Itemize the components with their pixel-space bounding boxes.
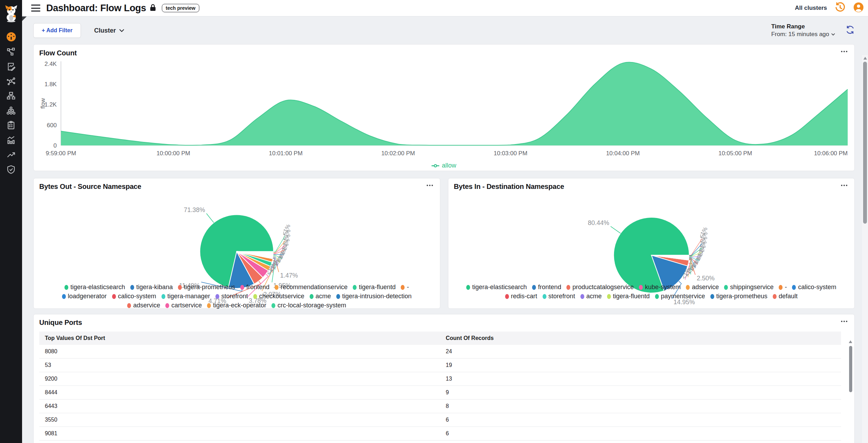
legend-color-marker bbox=[401, 285, 405, 290]
legend-item[interactable]: checkoutservice bbox=[253, 293, 304, 300]
sidebar-item-flow-logs[interactable] bbox=[0, 59, 22, 74]
legend-label: checkoutservice bbox=[259, 293, 304, 300]
legend-item[interactable]: redis-cart bbox=[505, 293, 537, 300]
legend-item[interactable]: storefront bbox=[543, 293, 575, 300]
legend-label: default bbox=[779, 293, 798, 300]
corner-notch bbox=[22, 16, 27, 21]
legend-item[interactable]: acme bbox=[580, 293, 602, 300]
sidebar-item-clusters[interactable] bbox=[0, 103, 22, 118]
sidebar-item-service-graph[interactable] bbox=[0, 74, 22, 88]
add-filter-button[interactable]: + Add Filter bbox=[33, 23, 81, 38]
legend-item[interactable]: tigera-kibana bbox=[130, 284, 173, 291]
bytes-in-title: Bytes In - Destination Namespace bbox=[454, 183, 849, 191]
sidebar-item-security[interactable] bbox=[0, 162, 22, 177]
menu-icon[interactable] bbox=[31, 5, 40, 12]
legend-item[interactable]: tigera-prometheus bbox=[710, 293, 767, 300]
svg-text:10:02:00 PM: 10:02:00 PM bbox=[381, 150, 415, 157]
svg-text:9:59:00 PM: 9:59:00 PM bbox=[46, 150, 76, 157]
legend-item[interactable]: recommendationservice bbox=[275, 284, 347, 291]
legend-item[interactable]: tigera-intrusion-detection bbox=[336, 293, 412, 300]
table-cell: 3550 bbox=[39, 413, 440, 427]
panel-menu-button[interactable] bbox=[840, 319, 848, 324]
sidebar-item-network-tree[interactable] bbox=[0, 88, 22, 103]
table-row: 84449 bbox=[39, 386, 841, 400]
table-column-header: Top Values Of Dst Port bbox=[39, 332, 440, 345]
legend-item[interactable]: paymentservice bbox=[655, 293, 705, 300]
legend-item[interactable]: shippingservice bbox=[724, 284, 773, 291]
legend-item[interactable]: crc-local-storage-system bbox=[271, 302, 346, 309]
panel-menu-button[interactable] bbox=[426, 183, 434, 188]
table-column-header: Count Of Records bbox=[440, 332, 841, 345]
legend-label: tigera-intrusion-detection bbox=[342, 293, 412, 300]
legend-item[interactable]: - bbox=[401, 284, 409, 291]
legend-color-marker bbox=[215, 294, 219, 299]
table-row: 64438 bbox=[39, 400, 841, 413]
flow-legend-allow[interactable]: allow bbox=[39, 162, 849, 169]
time-range-label: Time Range bbox=[771, 23, 835, 30]
legend-item[interactable]: tigera-fluentd bbox=[353, 284, 395, 291]
pie-panel-row: Bytes Out - Source Namespace 71.38%11.49… bbox=[33, 178, 855, 309]
legend-color-marker bbox=[240, 285, 244, 290]
legend-item[interactable]: cartservice bbox=[165, 302, 202, 309]
legend-item[interactable]: acme bbox=[310, 293, 331, 300]
history-icon[interactable] bbox=[835, 2, 846, 14]
sidebar-item-reports[interactable] bbox=[0, 118, 22, 132]
page-scrollbar[interactable] bbox=[862, 55, 868, 443]
svg-text:10:04:00 PM: 10:04:00 PM bbox=[606, 150, 640, 157]
cluster-filter-dropdown[interactable]: Cluster bbox=[94, 27, 124, 34]
legend-item[interactable]: kube-system bbox=[639, 284, 681, 291]
table-scrollbar-thumb[interactable] bbox=[849, 346, 852, 392]
legend-label: storefront bbox=[221, 293, 248, 300]
top-bar: Dashboard: Flow Logs tech preview All cl… bbox=[22, 0, 868, 16]
legend-label: calico-system bbox=[798, 284, 836, 291]
legend-item[interactable]: - bbox=[779, 284, 787, 291]
flow-count-area-chart: 06001.2K1.8K2.4Kflow9:59:00 PM10:00:00 P… bbox=[39, 57, 849, 161]
table-cell: 6 bbox=[440, 413, 841, 427]
table-scrollbar[interactable] bbox=[848, 340, 853, 443]
sidebar-item-statistics[interactable] bbox=[0, 132, 22, 147]
legend-item[interactable]: storefront bbox=[215, 293, 248, 300]
refresh-icon[interactable] bbox=[846, 25, 855, 36]
table-row: 90816 bbox=[39, 427, 841, 441]
scroll-up-arrow-icon[interactable] bbox=[849, 340, 852, 343]
legend-color-marker bbox=[655, 294, 659, 299]
scroll-up-arrow-icon[interactable] bbox=[863, 57, 867, 60]
legend-item[interactable]: adservice bbox=[686, 284, 719, 291]
panel-menu-button[interactable] bbox=[840, 183, 848, 188]
legend-item[interactable]: tigera-eck-operator bbox=[207, 302, 266, 309]
legend-color-marker bbox=[207, 303, 211, 308]
legend-item[interactable]: frontend bbox=[532, 284, 561, 291]
legend-color-marker bbox=[686, 285, 690, 290]
legend-label: crc-local-storage-system bbox=[277, 302, 346, 309]
cluster-selector[interactable]: All clusters bbox=[795, 5, 827, 12]
svg-text:600: 600 bbox=[47, 122, 57, 129]
legend-item[interactable]: tigera-elasticsearch bbox=[64, 284, 125, 291]
sidebar-item-trends[interactable] bbox=[0, 147, 22, 162]
panel-menu-button[interactable] bbox=[840, 49, 848, 54]
legend-label: loadgenerator bbox=[68, 293, 107, 300]
legend-item[interactable]: tigera-prometheus bbox=[178, 284, 235, 291]
calico-cat-logo-icon[interactable] bbox=[4, 4, 19, 24]
unique-ports-title: Unique Ports bbox=[39, 319, 849, 327]
svg-text:10:01:00 PM: 10:01:00 PM bbox=[269, 150, 303, 157]
legend-item[interactable]: tigera-elasticsearch bbox=[466, 284, 527, 291]
legend-color-marker bbox=[580, 294, 584, 299]
time-range-value[interactable]: From: 15 minutes ago bbox=[771, 31, 835, 38]
page-scrollbar-thumb[interactable] bbox=[863, 62, 867, 224]
legend-item[interactable]: adservice bbox=[127, 302, 160, 309]
legend-item[interactable]: default bbox=[773, 293, 798, 300]
legend-item[interactable]: tigera-manager bbox=[161, 293, 210, 300]
legend-item[interactable]: calico-system bbox=[112, 293, 156, 300]
legend-color-marker bbox=[62, 294, 66, 299]
sidebar-item-dashboard[interactable] bbox=[0, 29, 22, 44]
legend-item[interactable]: tigera-fluentd bbox=[607, 293, 650, 300]
legend-item[interactable]: productcatalogservice bbox=[566, 284, 634, 291]
pie-slice[interactable] bbox=[651, 255, 689, 255]
legend-item[interactable]: calico-system bbox=[792, 284, 836, 291]
user-avatar-icon[interactable] bbox=[853, 2, 864, 14]
legend-item[interactable]: frontend bbox=[240, 284, 269, 291]
sidebar-item-topology[interactable] bbox=[0, 44, 22, 59]
lock-icon bbox=[150, 4, 156, 13]
legend-label: adservice bbox=[692, 284, 719, 291]
legend-item[interactable]: loadgenerator bbox=[62, 293, 107, 300]
